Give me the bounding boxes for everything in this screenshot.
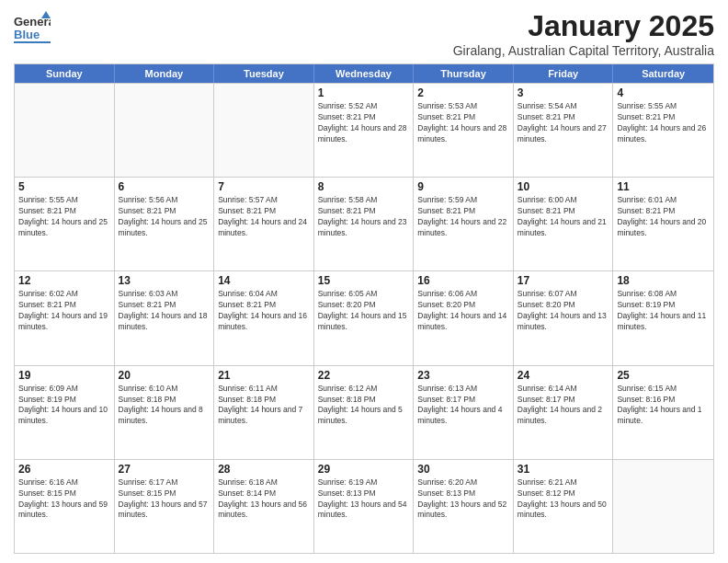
day-number: 21 — [218, 369, 310, 382]
calendar: Sunday Monday Tuesday Wednesday Thursday… — [14, 63, 714, 554]
page: General Blue January 2025 Giralang, Aust… — [0, 0, 728, 563]
calendar-body: 1Sunrise: 5:52 AM Sunset: 8:21 PM Daylig… — [15, 83, 713, 553]
cell-info: Sunrise: 5:59 AM Sunset: 8:21 PM Dayligh… — [417, 195, 509, 239]
cell-info: Sunrise: 6:00 AM Sunset: 8:21 PM Dayligh… — [518, 195, 609, 239]
cal-cell-0-6: 4Sunrise: 5:55 AM Sunset: 8:21 PM Daylig… — [613, 84, 713, 177]
cal-cell-4-5: 31Sunrise: 6:21 AM Sunset: 8:12 PM Dayli… — [514, 460, 614, 553]
cal-cell-1-4: 9Sunrise: 5:59 AM Sunset: 8:21 PM Daylig… — [414, 178, 514, 270]
cal-cell-0-4: 2Sunrise: 5:53 AM Sunset: 8:21 PM Daylig… — [414, 84, 514, 177]
cal-cell-1-0: 5Sunrise: 5:55 AM Sunset: 8:21 PM Daylig… — [15, 178, 115, 270]
cell-info: Sunrise: 5:52 AM Sunset: 8:21 PM Dayligh… — [318, 101, 410, 145]
cell-info: Sunrise: 6:04 AM Sunset: 8:21 PM Dayligh… — [218, 289, 310, 333]
day-number: 12 — [18, 274, 110, 287]
cal-cell-2-3: 15Sunrise: 6:05 AM Sunset: 8:20 PM Dayli… — [314, 271, 415, 364]
cell-info: Sunrise: 6:08 AM Sunset: 8:19 PM Dayligh… — [617, 289, 710, 333]
header-wednesday: Wednesday — [314, 64, 415, 83]
cell-info: Sunrise: 5:57 AM Sunset: 8:21 PM Dayligh… — [218, 195, 310, 239]
day-number: 18 — [617, 274, 710, 287]
cell-info: Sunrise: 6:03 AM Sunset: 8:21 PM Dayligh… — [119, 289, 210, 333]
cal-cell-4-6 — [613, 460, 713, 553]
cal-cell-0-1 — [115, 84, 215, 177]
day-number: 29 — [318, 463, 410, 476]
day-number: 28 — [218, 463, 310, 476]
cal-cell-1-5: 10Sunrise: 6:00 AM Sunset: 8:21 PM Dayli… — [514, 178, 614, 270]
cal-cell-3-2: 21Sunrise: 6:11 AM Sunset: 8:18 PM Dayli… — [214, 366, 314, 459]
day-number: 25 — [617, 369, 710, 382]
cal-cell-0-2 — [214, 84, 314, 177]
day-number: 14 — [218, 274, 310, 287]
cal-cell-0-0 — [15, 84, 115, 177]
cal-cell-4-2: 28Sunrise: 6:18 AM Sunset: 8:14 PM Dayli… — [214, 460, 314, 553]
day-number: 22 — [318, 369, 410, 382]
cal-cell-1-6: 11Sunrise: 6:01 AM Sunset: 8:21 PM Dayli… — [613, 178, 713, 270]
day-number: 5 — [18, 180, 110, 193]
cell-info: Sunrise: 6:10 AM Sunset: 8:18 PM Dayligh… — [119, 384, 210, 428]
week-row-2: 12Sunrise: 6:02 AM Sunset: 8:21 PM Dayli… — [15, 270, 713, 364]
day-number: 23 — [417, 369, 509, 382]
cell-info: Sunrise: 6:12 AM Sunset: 8:18 PM Dayligh… — [318, 384, 410, 428]
week-row-0: 1Sunrise: 5:52 AM Sunset: 8:21 PM Daylig… — [15, 83, 713, 177]
header-saturday: Saturday — [613, 64, 713, 83]
day-number: 31 — [518, 463, 609, 476]
cell-info: Sunrise: 6:07 AM Sunset: 8:20 PM Dayligh… — [518, 289, 609, 333]
title-block: January 2025 Giralang, Australian Capita… — [453, 9, 714, 58]
cell-info: Sunrise: 5:54 AM Sunset: 8:21 PM Dayligh… — [518, 101, 609, 145]
cal-cell-2-4: 16Sunrise: 6:06 AM Sunset: 8:20 PM Dayli… — [414, 271, 514, 364]
day-number: 7 — [218, 180, 310, 193]
day-number: 9 — [417, 180, 509, 193]
day-number: 2 — [417, 86, 509, 99]
day-number: 17 — [518, 274, 609, 287]
day-number: 27 — [119, 463, 210, 476]
calendar-header: Sunday Monday Tuesday Wednesday Thursday… — [15, 64, 713, 83]
cell-info: Sunrise: 6:20 AM Sunset: 8:13 PM Dayligh… — [417, 477, 509, 522]
cal-cell-1-3: 8Sunrise: 5:58 AM Sunset: 8:21 PM Daylig… — [314, 178, 415, 270]
day-number: 20 — [119, 369, 210, 382]
cal-cell-3-3: 22Sunrise: 6:12 AM Sunset: 8:18 PM Dayli… — [314, 366, 415, 459]
cal-cell-3-1: 20Sunrise: 6:10 AM Sunset: 8:18 PM Dayli… — [115, 366, 215, 459]
cal-cell-4-1: 27Sunrise: 6:17 AM Sunset: 8:15 PM Dayli… — [115, 460, 215, 553]
day-number: 30 — [417, 463, 509, 476]
cal-cell-3-5: 24Sunrise: 6:14 AM Sunset: 8:17 PM Dayli… — [514, 366, 614, 459]
cell-info: Sunrise: 5:55 AM Sunset: 8:21 PM Dayligh… — [617, 101, 710, 145]
cell-info: Sunrise: 5:58 AM Sunset: 8:21 PM Dayligh… — [318, 195, 410, 239]
cell-info: Sunrise: 6:06 AM Sunset: 8:20 PM Dayligh… — [417, 289, 509, 333]
cell-info: Sunrise: 5:56 AM Sunset: 8:21 PM Dayligh… — [119, 195, 210, 239]
cal-cell-2-1: 13Sunrise: 6:03 AM Sunset: 8:21 PM Dayli… — [115, 271, 215, 364]
location-title: Giralang, Australian Capital Territory, … — [453, 43, 714, 58]
cell-info: Sunrise: 6:11 AM Sunset: 8:18 PM Dayligh… — [218, 384, 310, 428]
day-number: 10 — [518, 180, 609, 193]
cell-info: Sunrise: 6:14 AM Sunset: 8:17 PM Dayligh… — [518, 384, 609, 428]
cell-info: Sunrise: 6:21 AM Sunset: 8:12 PM Dayligh… — [518, 477, 609, 522]
logo-icon: General Blue — [14, 9, 47, 42]
week-row-4: 26Sunrise: 6:16 AM Sunset: 8:15 PM Dayli… — [15, 459, 713, 553]
cal-cell-4-0: 26Sunrise: 6:16 AM Sunset: 8:15 PM Dayli… — [15, 460, 115, 553]
cal-cell-2-2: 14Sunrise: 6:04 AM Sunset: 8:21 PM Dayli… — [214, 271, 314, 364]
cell-info: Sunrise: 6:02 AM Sunset: 8:21 PM Dayligh… — [18, 289, 110, 333]
day-number: 13 — [119, 274, 210, 287]
cal-cell-1-1: 6Sunrise: 5:56 AM Sunset: 8:21 PM Daylig… — [115, 178, 215, 270]
header-friday: Friday — [514, 64, 614, 83]
day-number: 8 — [318, 180, 410, 193]
day-number: 11 — [617, 180, 710, 193]
day-number: 1 — [318, 86, 410, 99]
cell-info: Sunrise: 6:05 AM Sunset: 8:20 PM Dayligh… — [318, 289, 410, 333]
cal-cell-3-4: 23Sunrise: 6:13 AM Sunset: 8:17 PM Dayli… — [414, 366, 514, 459]
day-number: 3 — [518, 86, 609, 99]
cell-info: Sunrise: 6:19 AM Sunset: 8:13 PM Dayligh… — [318, 477, 410, 522]
cell-info: Sunrise: 5:53 AM Sunset: 8:21 PM Dayligh… — [417, 101, 509, 145]
cal-cell-4-4: 30Sunrise: 6:20 AM Sunset: 8:13 PM Dayli… — [414, 460, 514, 553]
week-row-3: 19Sunrise: 6:09 AM Sunset: 8:19 PM Dayli… — [15, 365, 713, 459]
day-number: 26 — [18, 463, 110, 476]
cell-info: Sunrise: 6:17 AM Sunset: 8:15 PM Dayligh… — [119, 477, 210, 522]
cal-cell-2-6: 18Sunrise: 6:08 AM Sunset: 8:19 PM Dayli… — [613, 271, 713, 364]
week-row-1: 5Sunrise: 5:55 AM Sunset: 8:21 PM Daylig… — [15, 177, 713, 270]
day-number: 4 — [617, 86, 710, 99]
day-number: 16 — [417, 274, 509, 287]
header-sunday: Sunday — [15, 64, 115, 83]
cell-info: Sunrise: 6:16 AM Sunset: 8:15 PM Dayligh… — [18, 477, 110, 522]
header-monday: Monday — [115, 64, 215, 83]
header-thursday: Thursday — [414, 64, 514, 83]
logo: General Blue — [14, 9, 49, 42]
day-number: 6 — [119, 180, 210, 193]
cal-cell-3-6: 25Sunrise: 6:15 AM Sunset: 8:16 PM Dayli… — [613, 366, 713, 459]
